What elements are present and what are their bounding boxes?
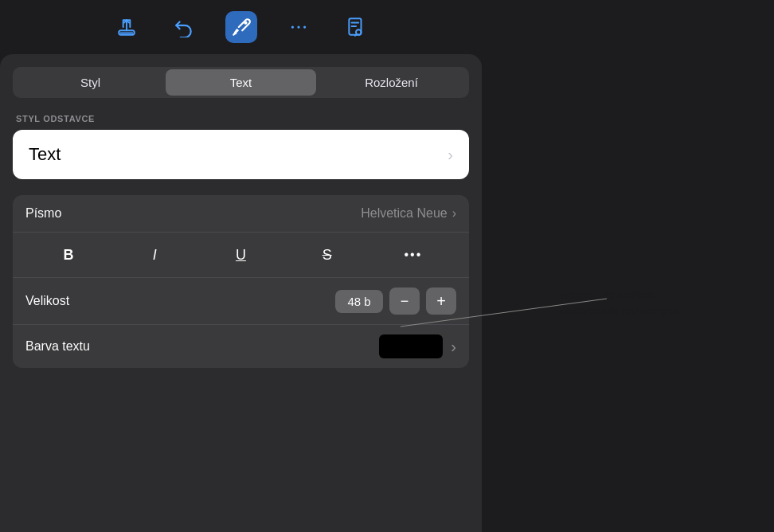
size-increase-button[interactable]: + xyxy=(426,288,456,315)
color-label: Barva textu xyxy=(25,339,90,354)
color-row[interactable]: Barva textu › xyxy=(13,325,469,368)
format-panel: Styl Text Rozložení STYL ODSTAVCE Text ›… xyxy=(0,54,482,532)
paragraph-style-value: Text xyxy=(29,144,61,165)
underline-button[interactable]: U xyxy=(226,241,255,269)
size-value: 48 b xyxy=(335,290,383,313)
svg-point-4 xyxy=(303,25,305,28)
callout-text: Tippen, um weitere Zeichenstile anzuzeig… xyxy=(559,287,726,319)
dots-icon: ••• xyxy=(404,248,422,262)
tabs: Styl Text Rozložení xyxy=(13,67,469,98)
size-decrease-button[interactable]: − xyxy=(389,288,420,315)
bold-button[interactable]: B xyxy=(54,241,83,269)
font-chevron-icon: › xyxy=(452,206,456,221)
callout-line2: Zeichenstile anzuzeigen. xyxy=(559,304,682,317)
svg-point-2 xyxy=(291,25,293,28)
more-styles-button[interactable]: ••• xyxy=(399,241,428,269)
brush-icon[interactable] xyxy=(225,11,257,43)
font-value-group: Helvetica Neue › xyxy=(361,206,456,221)
strikethrough-button[interactable]: S xyxy=(313,241,342,269)
chevron-right-icon: › xyxy=(448,146,453,164)
callout-line1: Tippen, um weitere xyxy=(559,288,654,301)
toolbar xyxy=(0,0,482,54)
color-swatch xyxy=(379,334,443,358)
tab-styl[interactable]: Styl xyxy=(15,69,166,96)
size-row: Velikost 48 b − + xyxy=(13,278,469,325)
settings-group: Písmo Helvetica Neue › B I U S ••• Velik… xyxy=(13,195,469,368)
svg-point-3 xyxy=(297,25,299,28)
svg-point-1 xyxy=(244,22,246,24)
font-row[interactable]: Písmo Helvetica Neue › xyxy=(13,195,469,233)
more-horizontal-icon[interactable] xyxy=(283,11,315,43)
size-label: Velikost xyxy=(25,294,69,308)
paragraph-style-card[interactable]: Text › xyxy=(13,130,469,179)
color-value-group: › xyxy=(379,334,456,358)
color-chevron-icon: › xyxy=(451,338,456,356)
undo-icon[interactable] xyxy=(168,11,200,43)
size-controls: 48 b − + xyxy=(335,288,456,315)
tab-text[interactable]: Text xyxy=(166,69,316,96)
font-label: Písmo xyxy=(25,206,61,221)
callout-annotation: Tippen, um weitere Zeichenstile anzuzeig… xyxy=(559,287,726,319)
font-value: Helvetica Neue xyxy=(361,206,448,221)
tab-rozlozeni[interactable]: Rozložení xyxy=(316,69,467,96)
minus-icon: − xyxy=(401,294,409,308)
plus-icon: + xyxy=(436,292,446,311)
document-icon[interactable] xyxy=(340,11,372,43)
italic-button[interactable]: I xyxy=(140,241,169,269)
text-style-row: B I U S ••• xyxy=(13,233,469,278)
share-icon[interactable] xyxy=(111,11,143,43)
paragraph-style-label: STYL ODSTAVCE xyxy=(16,114,469,123)
